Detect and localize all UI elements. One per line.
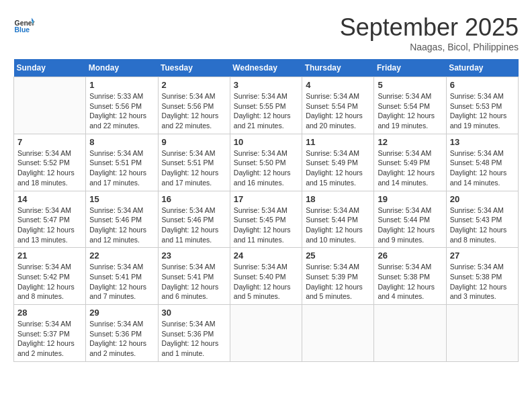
day-info: Sunrise: 5:34 AM Sunset: 5:55 PM Dayligh… xyxy=(234,91,298,131)
day-info: Sunrise: 5:34 AM Sunset: 5:54 PM Dayligh… xyxy=(306,91,370,131)
day-info: Sunrise: 5:34 AM Sunset: 5:45 PM Dayligh… xyxy=(234,205,298,245)
calendar-cell: 17Sunrise: 5:34 AM Sunset: 5:45 PM Dayli… xyxy=(230,191,302,248)
day-info: Sunrise: 5:34 AM Sunset: 5:53 PM Dayligh… xyxy=(450,91,515,131)
calendar-cell: 7Sunrise: 5:34 AM Sunset: 5:52 PM Daylig… xyxy=(14,134,86,191)
day-number: 18 xyxy=(306,194,370,204)
calendar-week-1: 1Sunrise: 5:33 AM Sunset: 5:56 PM Daylig… xyxy=(14,77,519,134)
day-info: Sunrise: 5:34 AM Sunset: 5:36 PM Dayligh… xyxy=(89,319,154,359)
calendar-cell: 27Sunrise: 5:34 AM Sunset: 5:38 PM Dayli… xyxy=(446,248,518,305)
svg-text:Blue: Blue xyxy=(15,26,30,34)
weekday-header-saturday: Saturday xyxy=(446,59,518,77)
day-info: Sunrise: 5:33 AM Sunset: 5:56 PM Dayligh… xyxy=(89,91,154,131)
calendar-cell: 24Sunrise: 5:34 AM Sunset: 5:40 PM Dayli… xyxy=(230,248,302,305)
day-number: 24 xyxy=(234,250,298,261)
title-block: September 2025 Naagas, Bicol, Philippine… xyxy=(340,13,519,52)
day-number: 8 xyxy=(89,137,154,147)
calendar-week-5: 28Sunrise: 5:34 AM Sunset: 5:37 PM Dayli… xyxy=(14,305,519,362)
day-number: 3 xyxy=(234,80,298,90)
day-number: 25 xyxy=(306,250,370,261)
day-info: Sunrise: 5:34 AM Sunset: 5:54 PM Dayligh… xyxy=(378,91,442,131)
day-info: Sunrise: 5:34 AM Sunset: 5:49 PM Dayligh… xyxy=(306,148,370,188)
calendar-cell xyxy=(374,305,446,362)
calendar-cell xyxy=(446,305,518,362)
logo: General Blue xyxy=(13,13,35,35)
calendar-cell: 16Sunrise: 5:34 AM Sunset: 5:46 PM Dayli… xyxy=(158,191,230,248)
day-number: 6 xyxy=(450,80,515,90)
calendar-cell: 30Sunrise: 5:34 AM Sunset: 5:36 PM Dayli… xyxy=(158,305,230,362)
calendar-cell: 5Sunrise: 5:34 AM Sunset: 5:54 PM Daylig… xyxy=(374,77,446,134)
calendar-cell xyxy=(14,77,86,134)
calendar-cell xyxy=(230,305,302,362)
calendar-cell: 1Sunrise: 5:33 AM Sunset: 5:56 PM Daylig… xyxy=(86,77,158,134)
day-info: Sunrise: 5:34 AM Sunset: 5:41 PM Dayligh… xyxy=(162,262,226,302)
day-info: Sunrise: 5:34 AM Sunset: 5:50 PM Dayligh… xyxy=(234,148,298,188)
day-number: 11 xyxy=(306,137,370,147)
day-info: Sunrise: 5:34 AM Sunset: 5:48 PM Dayligh… xyxy=(450,148,515,188)
weekday-header-friday: Friday xyxy=(374,59,446,77)
calendar-cell: 25Sunrise: 5:34 AM Sunset: 5:39 PM Dayli… xyxy=(302,248,374,305)
calendar-week-3: 14Sunrise: 5:34 AM Sunset: 5:47 PM Dayli… xyxy=(14,191,519,248)
calendar-cell: 18Sunrise: 5:34 AM Sunset: 5:44 PM Dayli… xyxy=(302,191,374,248)
calendar-cell: 26Sunrise: 5:34 AM Sunset: 5:38 PM Dayli… xyxy=(374,248,446,305)
calendar-table: SundayMondayTuesdayWednesdayThursdayFrid… xyxy=(13,59,519,362)
day-number: 1 xyxy=(89,80,154,90)
weekday-header-tuesday: Tuesday xyxy=(158,59,230,77)
weekday-header-row: SundayMondayTuesdayWednesdayThursdayFrid… xyxy=(14,59,519,77)
day-number: 15 xyxy=(89,194,154,204)
weekday-header-monday: Monday xyxy=(86,59,158,77)
calendar-cell: 2Sunrise: 5:34 AM Sunset: 5:56 PM Daylig… xyxy=(158,77,230,134)
calendar-cell: 23Sunrise: 5:34 AM Sunset: 5:41 PM Dayli… xyxy=(158,248,230,305)
day-info: Sunrise: 5:34 AM Sunset: 5:44 PM Dayligh… xyxy=(306,205,370,245)
day-info: Sunrise: 5:34 AM Sunset: 5:40 PM Dayligh… xyxy=(234,262,298,302)
day-number: 7 xyxy=(17,137,82,147)
day-info: Sunrise: 5:34 AM Sunset: 5:42 PM Dayligh… xyxy=(17,262,82,302)
calendar-cell: 14Sunrise: 5:34 AM Sunset: 5:47 PM Dayli… xyxy=(14,191,86,248)
calendar-cell: 28Sunrise: 5:34 AM Sunset: 5:37 PM Dayli… xyxy=(14,305,86,362)
day-number: 21 xyxy=(17,250,82,261)
calendar-cell: 3Sunrise: 5:34 AM Sunset: 5:55 PM Daylig… xyxy=(230,77,302,134)
calendar-cell: 8Sunrise: 5:34 AM Sunset: 5:51 PM Daylig… xyxy=(86,134,158,191)
day-number: 4 xyxy=(306,80,370,90)
calendar-cell: 9Sunrise: 5:34 AM Sunset: 5:51 PM Daylig… xyxy=(158,134,230,191)
calendar-cell: 20Sunrise: 5:34 AM Sunset: 5:43 PM Dayli… xyxy=(446,191,518,248)
day-number: 13 xyxy=(450,137,515,147)
day-info: Sunrise: 5:34 AM Sunset: 5:39 PM Dayligh… xyxy=(306,262,370,302)
day-info: Sunrise: 5:34 AM Sunset: 5:38 PM Dayligh… xyxy=(450,262,515,302)
day-number: 14 xyxy=(17,194,82,204)
calendar-cell: 6Sunrise: 5:34 AM Sunset: 5:53 PM Daylig… xyxy=(446,77,518,134)
day-info: Sunrise: 5:34 AM Sunset: 5:46 PM Dayligh… xyxy=(89,205,154,245)
day-number: 30 xyxy=(162,308,226,318)
day-number: 19 xyxy=(378,194,442,204)
day-info: Sunrise: 5:34 AM Sunset: 5:46 PM Dayligh… xyxy=(162,205,226,245)
day-info: Sunrise: 5:34 AM Sunset: 5:37 PM Dayligh… xyxy=(17,319,82,359)
day-info: Sunrise: 5:34 AM Sunset: 5:41 PM Dayligh… xyxy=(89,262,154,302)
day-info: Sunrise: 5:34 AM Sunset: 5:43 PM Dayligh… xyxy=(450,205,515,245)
day-number: 26 xyxy=(378,250,442,261)
day-info: Sunrise: 5:34 AM Sunset: 5:47 PM Dayligh… xyxy=(17,205,82,245)
weekday-header-wednesday: Wednesday xyxy=(230,59,302,77)
location: Naagas, Bicol, Philippines xyxy=(340,42,519,52)
day-number: 17 xyxy=(234,194,298,204)
day-info: Sunrise: 5:34 AM Sunset: 5:52 PM Dayligh… xyxy=(17,148,82,188)
calendar-week-2: 7Sunrise: 5:34 AM Sunset: 5:52 PM Daylig… xyxy=(14,134,519,191)
logo-icon: General Blue xyxy=(13,13,35,35)
day-number: 22 xyxy=(89,250,154,261)
calendar-cell: 12Sunrise: 5:34 AM Sunset: 5:49 PM Dayli… xyxy=(374,134,446,191)
day-number: 12 xyxy=(378,137,442,147)
day-info: Sunrise: 5:34 AM Sunset: 5:51 PM Dayligh… xyxy=(89,148,154,188)
day-number: 5 xyxy=(378,80,442,90)
day-info: Sunrise: 5:34 AM Sunset: 5:56 PM Dayligh… xyxy=(162,91,226,131)
day-number: 9 xyxy=(162,137,226,147)
day-info: Sunrise: 5:34 AM Sunset: 5:36 PM Dayligh… xyxy=(162,319,226,359)
page-header: General Blue September 2025 Naagas, Bico… xyxy=(13,13,519,52)
calendar-week-4: 21Sunrise: 5:34 AM Sunset: 5:42 PM Dayli… xyxy=(14,248,519,305)
day-info: Sunrise: 5:34 AM Sunset: 5:51 PM Dayligh… xyxy=(162,148,226,188)
calendar-cell: 21Sunrise: 5:34 AM Sunset: 5:42 PM Dayli… xyxy=(14,248,86,305)
day-info: Sunrise: 5:34 AM Sunset: 5:49 PM Dayligh… xyxy=(378,148,442,188)
calendar-cell: 13Sunrise: 5:34 AM Sunset: 5:48 PM Dayli… xyxy=(446,134,518,191)
month-title: September 2025 xyxy=(340,13,519,42)
calendar-cell: 10Sunrise: 5:34 AM Sunset: 5:50 PM Dayli… xyxy=(230,134,302,191)
weekday-header-thursday: Thursday xyxy=(302,59,374,77)
day-number: 29 xyxy=(89,308,154,318)
day-number: 23 xyxy=(162,250,226,261)
